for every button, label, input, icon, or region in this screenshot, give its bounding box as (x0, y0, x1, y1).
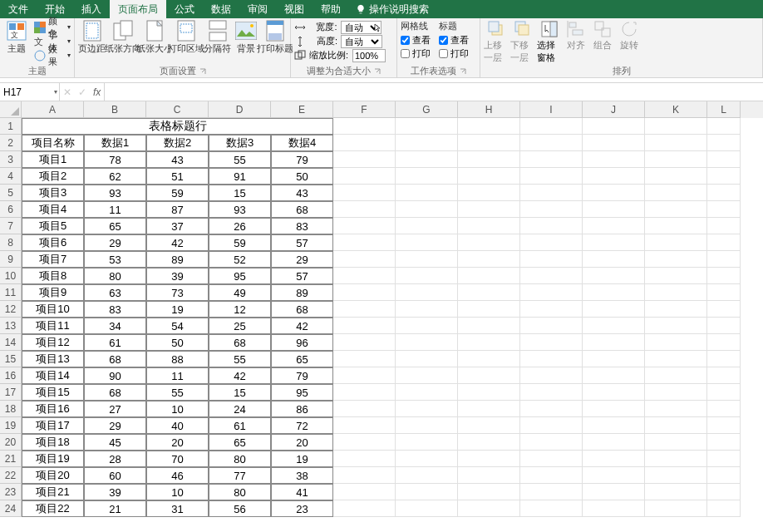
cell[interactable]: 60 (84, 467, 146, 484)
cell[interactable] (645, 201, 707, 218)
cell[interactable] (396, 401, 458, 417)
cell[interactable] (333, 118, 396, 135)
cell[interactable] (520, 218, 583, 234)
cell[interactable] (707, 484, 741, 500)
row-header[interactable]: 7 (0, 218, 22, 234)
cell[interactable]: 12 (209, 301, 271, 318)
cell[interactable] (707, 218, 741, 234)
cell[interactable]: 65 (271, 351, 333, 367)
cell[interactable]: 项目8 (22, 268, 84, 284)
cell[interactable] (645, 467, 707, 484)
cell[interactable] (707, 351, 741, 367)
scale-spinner[interactable]: 100% (352, 49, 386, 62)
cell[interactable] (583, 201, 645, 218)
cell[interactable] (520, 168, 583, 185)
cell[interactable]: 31 (146, 500, 209, 517)
cell[interactable] (583, 434, 645, 451)
cell[interactable] (396, 118, 458, 135)
cell[interactable] (645, 234, 707, 251)
cell[interactable] (520, 268, 583, 284)
tab-file[interactable]: 文件 (0, 0, 37, 18)
cell[interactable]: 68 (209, 334, 271, 351)
cell[interactable]: 项目3 (22, 185, 84, 201)
cell[interactable]: 61 (84, 334, 146, 351)
cell[interactable]: 表格标题行 (146, 118, 209, 135)
cell[interactable] (583, 401, 645, 417)
cell[interactable]: 59 (209, 234, 271, 251)
cell[interactable]: 93 (84, 185, 146, 201)
selection-pane-button[interactable]: 选择窗格 (537, 20, 562, 64)
cell[interactable] (396, 168, 458, 185)
column-header[interactable]: H (458, 101, 520, 118)
tab-view[interactable]: 视图 (276, 0, 313, 18)
cell[interactable] (333, 484, 396, 500)
cell[interactable]: 11 (146, 367, 209, 384)
cell[interactable]: 25 (209, 318, 271, 334)
cell[interactable]: 79 (271, 367, 333, 384)
cell[interactable]: 项目7 (22, 251, 84, 268)
cell[interactable]: 项目18 (22, 434, 84, 451)
cell[interactable] (707, 451, 741, 467)
size-button[interactable]: 纸张大小 (140, 20, 169, 53)
cell[interactable] (396, 500, 458, 517)
cell[interactable] (520, 284, 583, 301)
select-all-corner[interactable] (0, 101, 22, 118)
cell[interactable]: 95 (209, 268, 271, 284)
cell[interactable]: 51 (146, 168, 209, 185)
row-header[interactable]: 12 (0, 301, 22, 318)
row-header[interactable]: 10 (0, 268, 22, 284)
cell[interactable]: 41 (271, 484, 333, 500)
cell[interactable] (583, 334, 645, 351)
row-header[interactable]: 8 (0, 234, 22, 251)
cell[interactable]: 项目5 (22, 218, 84, 234)
cell[interactable]: 68 (271, 301, 333, 318)
cell[interactable] (396, 284, 458, 301)
theme-effects-button[interactable]: 效果▾ (34, 48, 71, 62)
cell[interactable] (520, 500, 583, 517)
cell[interactable]: 10 (146, 484, 209, 500)
grid-body[interactable]: 1表格标题行2项目名称数据1数据2数据3数据43项目1784355794项目26… (0, 118, 763, 517)
bring-forward-button[interactable]: 上移一层 (484, 20, 509, 64)
cell[interactable]: 61 (209, 417, 271, 434)
cell[interactable]: 项目10 (22, 301, 84, 318)
column-header[interactable]: B (84, 101, 146, 118)
cell[interactable] (333, 201, 396, 218)
cell[interactable] (396, 301, 458, 318)
tab-page-layout[interactable]: 页面布局 (110, 0, 166, 18)
cell[interactable] (645, 268, 707, 284)
cell[interactable]: 项目6 (22, 234, 84, 251)
cell[interactable] (333, 151, 396, 168)
cell[interactable] (396, 384, 458, 401)
cell[interactable] (458, 168, 520, 185)
cell[interactable] (396, 318, 458, 334)
cell[interactable] (583, 384, 645, 401)
cell[interactable] (583, 118, 645, 135)
cell[interactable] (333, 367, 396, 384)
tab-data[interactable]: 数据 (203, 0, 239, 18)
align-button[interactable]: 对齐 (564, 20, 588, 52)
cell[interactable]: 项目12 (22, 334, 84, 351)
cell[interactable]: 19 (271, 451, 333, 467)
cell[interactable] (707, 434, 741, 451)
cell[interactable] (333, 417, 396, 434)
cell[interactable] (645, 135, 707, 151)
cell[interactable] (458, 118, 520, 135)
cell[interactable]: 数据3 (209, 135, 271, 151)
cell[interactable]: 89 (271, 284, 333, 301)
cell[interactable]: 59 (146, 185, 209, 201)
row-header[interactable]: 3 (0, 151, 22, 168)
cell[interactable] (520, 151, 583, 168)
cell[interactable]: 27 (84, 401, 146, 417)
cell[interactable] (458, 201, 520, 218)
column-header[interactable]: I (520, 101, 583, 118)
cell[interactable] (396, 218, 458, 234)
fx-icon[interactable]: fx (93, 86, 101, 98)
breaks-button[interactable]: 分隔符 (204, 20, 231, 53)
cell[interactable] (583, 185, 645, 201)
cell[interactable]: 56 (209, 500, 271, 517)
cell[interactable]: 55 (209, 151, 271, 168)
height-select[interactable]: 自动 (341, 35, 382, 48)
cell[interactable] (458, 268, 520, 284)
tab-formulas[interactable]: 公式 (166, 0, 203, 18)
cell[interactable] (520, 301, 583, 318)
